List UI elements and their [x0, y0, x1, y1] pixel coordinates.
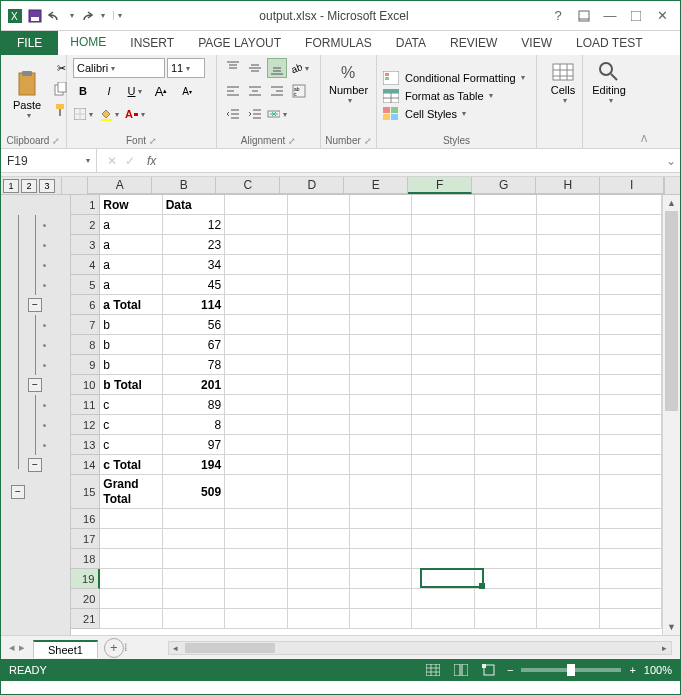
- save-icon[interactable]: [27, 8, 43, 24]
- cell[interactable]: [350, 295, 412, 315]
- align-top-icon[interactable]: [223, 58, 243, 78]
- paste-button[interactable]: Paste ▾: [7, 58, 47, 133]
- cell[interactable]: [537, 509, 599, 529]
- cell[interactable]: Grand Total: [100, 475, 162, 509]
- cell[interactable]: [475, 609, 537, 629]
- cell[interactable]: [225, 589, 287, 609]
- name-box[interactable]: F19▾: [1, 149, 97, 172]
- cell[interactable]: [288, 315, 350, 335]
- cell[interactable]: a: [100, 235, 162, 255]
- cell[interactable]: [600, 609, 662, 629]
- cell[interactable]: [412, 395, 474, 415]
- cell[interactable]: Row: [100, 195, 162, 215]
- merge-center-icon[interactable]: ▾: [267, 104, 287, 124]
- cell[interactable]: [163, 569, 225, 589]
- cell[interactable]: [288, 215, 350, 235]
- cell[interactable]: [412, 215, 474, 235]
- hscroll-right-icon[interactable]: ▸: [657, 643, 671, 653]
- cell[interactable]: [475, 335, 537, 355]
- cell[interactable]: [537, 235, 599, 255]
- font-launcher[interactable]: ⤢: [149, 136, 157, 146]
- col-header-H[interactable]: H: [536, 177, 600, 194]
- cell[interactable]: [225, 355, 287, 375]
- cell[interactable]: [225, 275, 287, 295]
- cell[interactable]: [288, 395, 350, 415]
- col-header-B[interactable]: B: [152, 177, 216, 194]
- cell[interactable]: [537, 435, 599, 455]
- borders-button[interactable]: ▾: [73, 104, 93, 124]
- row-header[interactable]: 19: [71, 569, 100, 589]
- row-header[interactable]: 10: [71, 375, 100, 395]
- cell[interactable]: [475, 455, 537, 475]
- row-header[interactable]: 16: [71, 509, 100, 529]
- row-header[interactable]: 11: [71, 395, 100, 415]
- cell[interactable]: [225, 455, 287, 475]
- cell[interactable]: c: [100, 415, 162, 435]
- page-break-view-icon[interactable]: [479, 662, 499, 678]
- cell[interactable]: [412, 375, 474, 395]
- outline-collapse-button[interactable]: −: [11, 485, 25, 499]
- outline-collapse-button[interactable]: −: [28, 458, 42, 472]
- cell[interactable]: 23: [163, 235, 225, 255]
- outline-level-1[interactable]: 1: [3, 179, 19, 193]
- outline-collapse-button[interactable]: −: [28, 298, 42, 312]
- cell[interactable]: [475, 509, 537, 529]
- cell[interactable]: 97: [163, 435, 225, 455]
- tab-insert[interactable]: INSERT: [118, 31, 186, 55]
- wrap-text-icon[interactable]: abc: [289, 81, 309, 101]
- cell[interactable]: [600, 549, 662, 569]
- clipboard-launcher[interactable]: ⤢: [52, 136, 60, 146]
- conditional-formatting-button[interactable]: Conditional Formatting▾: [383, 71, 530, 85]
- tab-load-test[interactable]: LOAD TEST: [564, 31, 654, 55]
- cell[interactable]: [537, 455, 599, 475]
- cell[interactable]: Data: [163, 195, 225, 215]
- fx-cancel-icon[interactable]: ✕: [107, 154, 117, 168]
- cell[interactable]: b Total: [100, 375, 162, 395]
- sheet-nav-next[interactable]: ▸: [19, 641, 25, 654]
- cell[interactable]: [350, 275, 412, 295]
- cell[interactable]: [100, 609, 162, 629]
- close-button[interactable]: ✕: [654, 8, 670, 24]
- cell[interactable]: [475, 275, 537, 295]
- cell[interactable]: [288, 235, 350, 255]
- row-header[interactable]: 4: [71, 255, 100, 275]
- cell[interactable]: [288, 529, 350, 549]
- cell[interactable]: [412, 475, 474, 509]
- cell[interactable]: 89: [163, 395, 225, 415]
- cell[interactable]: 56: [163, 315, 225, 335]
- cell[interactable]: [225, 255, 287, 275]
- cell[interactable]: [475, 295, 537, 315]
- cell[interactable]: [350, 355, 412, 375]
- cell[interactable]: [288, 509, 350, 529]
- cell[interactable]: [600, 255, 662, 275]
- cell-styles-button[interactable]: Cell Styles▾: [383, 107, 530, 121]
- cell[interactable]: [475, 529, 537, 549]
- normal-view-icon[interactable]: [423, 662, 443, 678]
- cell[interactable]: [537, 609, 599, 629]
- row-header[interactable]: 9: [71, 355, 100, 375]
- increase-font-icon[interactable]: A▴: [151, 81, 171, 101]
- cell-grid[interactable]: 1RowData2a123a234a345a456a Total1147b568…: [71, 195, 662, 629]
- sheet-tab[interactable]: Sheet1: [33, 640, 98, 658]
- vertical-scrollbar[interactable]: ▲ ▼: [662, 195, 680, 635]
- cell[interactable]: [600, 275, 662, 295]
- minimize-button[interactable]: —: [602, 8, 618, 24]
- cell[interactable]: [537, 549, 599, 569]
- cell[interactable]: [350, 475, 412, 509]
- cell[interactable]: 12: [163, 215, 225, 235]
- cell[interactable]: [412, 455, 474, 475]
- cell[interactable]: [537, 589, 599, 609]
- cell[interactable]: [537, 295, 599, 315]
- outline-collapse-button[interactable]: −: [28, 378, 42, 392]
- col-header-C[interactable]: C: [216, 177, 280, 194]
- cell[interactable]: [225, 509, 287, 529]
- align-center-icon[interactable]: [245, 81, 265, 101]
- cell[interactable]: [600, 569, 662, 589]
- outline-level-2[interactable]: 2: [21, 179, 37, 193]
- cell[interactable]: [475, 395, 537, 415]
- cell[interactable]: [350, 215, 412, 235]
- cell[interactable]: b: [100, 355, 162, 375]
- cell[interactable]: [350, 375, 412, 395]
- cell[interactable]: a: [100, 275, 162, 295]
- tab-review[interactable]: REVIEW: [438, 31, 509, 55]
